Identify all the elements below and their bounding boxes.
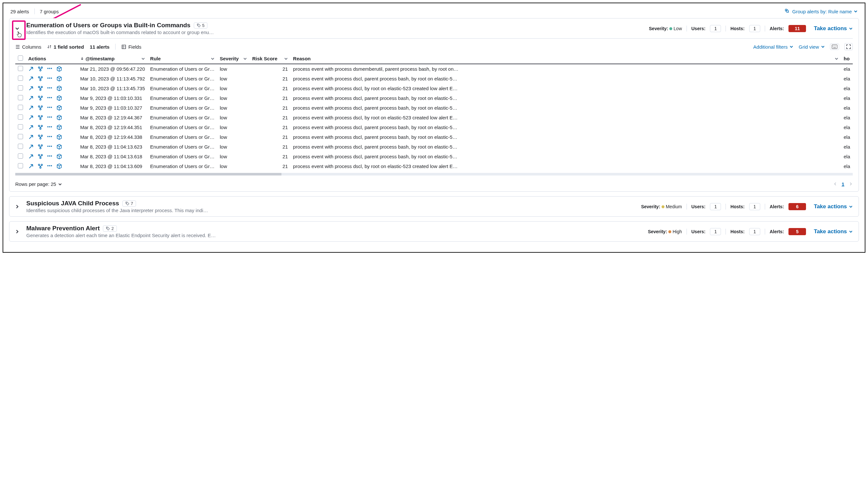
row-checkbox[interactable] bbox=[18, 105, 23, 110]
row-actions bbox=[28, 86, 75, 91]
col-header-host[interactable]: ho bbox=[841, 53, 853, 64]
session-icon[interactable] bbox=[47, 96, 53, 101]
expand-flyout-icon[interactable] bbox=[28, 124, 34, 130]
pager-prev[interactable] bbox=[833, 181, 837, 187]
analyze-icon[interactable] bbox=[38, 164, 43, 169]
group-by-selector[interactable]: Group alerts by: Rule name bbox=[785, 8, 857, 14]
analyze-icon[interactable] bbox=[38, 66, 43, 72]
cube-icon[interactable] bbox=[56, 76, 62, 81]
svg-point-61 bbox=[39, 157, 41, 158]
row-checkbox[interactable] bbox=[18, 163, 23, 168]
col-header-actions[interactable]: Actions bbox=[26, 53, 78, 64]
session-icon[interactable] bbox=[47, 164, 53, 169]
expand-flyout-icon[interactable] bbox=[28, 96, 34, 101]
cube-icon[interactable] bbox=[56, 134, 62, 140]
row-checkbox[interactable] bbox=[18, 75, 23, 81]
users-count: 1 bbox=[710, 228, 721, 235]
col-header-timestamp[interactable]: @timestamp bbox=[78, 53, 148, 64]
cell-rule: Enumeration of Users or Gr… bbox=[148, 132, 217, 142]
svg-rect-8 bbox=[47, 68, 48, 69]
expand-flyout-icon[interactable] bbox=[28, 76, 34, 81]
take-actions-button[interactable]: Take actions bbox=[814, 228, 853, 235]
col-header-rule[interactable]: Rule bbox=[148, 53, 217, 64]
tag-count-badge[interactable]: 5 bbox=[194, 22, 207, 29]
row-checkbox[interactable] bbox=[18, 153, 23, 159]
row-checkbox[interactable] bbox=[18, 66, 23, 71]
analyze-icon[interactable] bbox=[38, 124, 43, 130]
tag-icon bbox=[125, 202, 130, 206]
tag-count-badge[interactable]: 7 bbox=[122, 201, 136, 207]
take-actions-button[interactable]: Take actions bbox=[814, 25, 853, 32]
svg-point-19 bbox=[39, 89, 41, 90]
cell-rule: Enumeration of Users or Gr… bbox=[148, 161, 217, 171]
row-checkbox[interactable] bbox=[18, 134, 23, 139]
session-icon[interactable] bbox=[47, 66, 53, 72]
session-icon[interactable] bbox=[47, 144, 53, 150]
fullscreen-button[interactable] bbox=[844, 43, 853, 50]
expand-flyout-icon[interactable] bbox=[28, 144, 34, 150]
group-description: Identifies the execution of macOS built-… bbox=[26, 30, 228, 35]
row-checkbox[interactable] bbox=[18, 115, 23, 120]
row-checkbox[interactable] bbox=[18, 85, 23, 90]
select-all-checkbox[interactable] bbox=[18, 55, 23, 61]
cell-risk: 21 bbox=[250, 74, 290, 83]
pager-next[interactable] bbox=[849, 181, 853, 187]
expand-toggle[interactable] bbox=[13, 227, 22, 236]
expand-flyout-icon[interactable] bbox=[28, 86, 34, 91]
additional-filters-button[interactable]: Additional filters bbox=[753, 44, 794, 50]
cube-icon[interactable] bbox=[56, 105, 62, 110]
analyze-icon[interactable] bbox=[38, 76, 43, 81]
separator bbox=[34, 8, 35, 14]
analyze-icon[interactable] bbox=[38, 115, 43, 120]
separator bbox=[115, 44, 116, 50]
session-icon[interactable] bbox=[47, 115, 53, 120]
row-checkbox[interactable] bbox=[18, 144, 23, 149]
take-actions-button[interactable]: Take actions bbox=[814, 203, 853, 210]
alerts-count-badge: 5 bbox=[788, 228, 806, 235]
session-icon[interactable] bbox=[47, 124, 53, 130]
rows-per-page-selector[interactable]: Rows per page: 25 bbox=[15, 181, 62, 187]
analyze-icon[interactable] bbox=[38, 86, 43, 91]
session-icon[interactable] bbox=[47, 154, 53, 159]
sort-button[interactable]: 1 field sorted bbox=[47, 44, 84, 50]
analyze-icon[interactable] bbox=[38, 134, 43, 140]
table-row: Mar 9, 2023 @ 11:03:10.327 Enumeration o… bbox=[15, 103, 853, 113]
svg-rect-34 bbox=[51, 107, 52, 108]
row-checkbox[interactable] bbox=[18, 124, 23, 130]
expand-toggle[interactable] bbox=[13, 202, 22, 211]
expand-flyout-icon[interactable] bbox=[28, 66, 34, 72]
cube-icon[interactable] bbox=[56, 115, 62, 120]
expand-flyout-icon[interactable] bbox=[28, 134, 34, 140]
analyze-icon[interactable] bbox=[38, 96, 43, 101]
row-checkbox[interactable] bbox=[18, 95, 23, 100]
cube-icon[interactable] bbox=[56, 164, 62, 169]
analyze-icon[interactable] bbox=[38, 144, 43, 150]
expand-flyout-icon[interactable] bbox=[28, 105, 34, 110]
cube-icon[interactable] bbox=[56, 66, 62, 72]
cube-icon[interactable] bbox=[56, 144, 62, 150]
col-header-severity[interactable]: Severity bbox=[217, 53, 250, 64]
col-header-reason[interactable]: Reason bbox=[290, 53, 841, 64]
cube-icon[interactable] bbox=[56, 124, 62, 130]
expand-flyout-icon[interactable] bbox=[28, 154, 34, 159]
analyze-icon[interactable] bbox=[38, 154, 43, 159]
session-icon[interactable] bbox=[47, 76, 53, 81]
row-actions bbox=[28, 96, 75, 101]
session-icon[interactable] bbox=[47, 134, 53, 140]
col-header-risk[interactable]: Risk Score bbox=[250, 53, 290, 64]
cube-icon[interactable] bbox=[56, 96, 62, 101]
grid-view-button[interactable]: Grid view bbox=[799, 44, 825, 50]
tag-count-badge[interactable]: 2 bbox=[103, 225, 117, 232]
columns-button[interactable]: Columns bbox=[15, 44, 41, 50]
keyboard-shortcuts-button[interactable] bbox=[830, 44, 839, 50]
analyze-icon[interactable] bbox=[38, 105, 43, 110]
cube-icon[interactable] bbox=[56, 154, 62, 159]
horizontal-scrollbar[interactable] bbox=[15, 173, 853, 175]
expand-flyout-icon[interactable] bbox=[28, 115, 34, 120]
fields-button[interactable]: Fields bbox=[121, 44, 141, 50]
expand-flyout-icon[interactable] bbox=[28, 164, 34, 169]
pager-page-current[interactable]: 1 bbox=[842, 181, 844, 187]
session-icon[interactable] bbox=[47, 86, 53, 91]
cube-icon[interactable] bbox=[56, 86, 62, 91]
session-icon[interactable] bbox=[47, 105, 53, 110]
